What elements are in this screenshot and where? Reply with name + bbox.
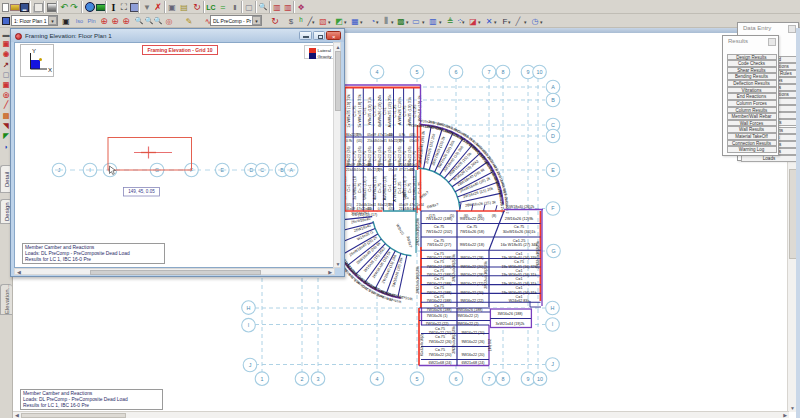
svg-text:3W22x4x10(2)39k: 3W22x4x10(2)39k [536, 241, 540, 269]
svg-text:C=1: C=1 [346, 184, 351, 191]
svg-text:(16) 1/2: (16) 1/2 [488, 339, 492, 351]
svg-text:9W16x22 (28): 9W16x22 (28) [460, 256, 483, 260]
svg-text:E: E [551, 167, 555, 173]
svg-text:5: 5 [416, 69, 419, 75]
svg-text:9W16x22 (26): 9W16x22 (26) [461, 340, 484, 344]
svg-text:9W16x22 (18): 9W16x22 (18) [460, 242, 485, 247]
svg-text:16x W18x35 (27) 34k: 16x W18x35 (27) 34k [501, 242, 538, 247]
svg-text:3W22x4x10(2)39k: 3W22x4x10(2)39k [416, 218, 420, 246]
svg-text:10x41: 10x41 [367, 203, 376, 207]
svg-text:10: 10 [537, 69, 543, 75]
svg-text:7W16x22 (188): 7W16x22 (188) [426, 291, 451, 295]
svg-text:21k44k: 21k44k [367, 139, 378, 143]
svg-text:C=.75: C=.75 [353, 151, 357, 161]
svg-text:1: 1 [261, 376, 264, 382]
svg-text:05k: 05k [388, 133, 394, 137]
svg-text:7: 7 [488, 376, 491, 382]
svg-text:29k: 29k [378, 168, 384, 172]
svg-text:9: 9 [527, 376, 530, 382]
svg-text:3W22x4x10(2)39k: 3W22x4x10(2)39k [484, 261, 488, 289]
svg-text:J: J [249, 362, 252, 368]
svg-text:B: B [551, 97, 555, 103]
svg-text:C=.75: C=.75 [434, 304, 444, 308]
svg-text:C=.75: C=.75 [434, 295, 444, 299]
svg-text:9W16x26 (188): 9W16x26 (188) [457, 308, 482, 312]
svg-text:C=.75: C=.75 [435, 327, 445, 331]
svg-text:19x W16x35 (16) 31k: 19x W16x35 (16) 31k [501, 291, 536, 295]
svg-text:10: 10 [537, 376, 543, 382]
svg-text:C=.75: C=.75 [434, 252, 444, 256]
svg-text:C=.75: C=.75 [377, 183, 382, 194]
svg-text:I: I [248, 322, 250, 328]
svg-text:9W16x22 (2): 9W16x22 (2) [457, 314, 478, 318]
svg-text:3W22x4x10(2)39k: 3W22x4x10(2)39k [416, 266, 420, 294]
svg-text:8: 8 [502, 376, 505, 382]
svg-text:J: J [551, 361, 554, 367]
svg-text:19x W16x35 (16) 31k: 19x W16x35 (16) 31k [501, 273, 536, 277]
svg-text:7W16x22 (188): 7W16x22 (188) [426, 273, 451, 277]
svg-text:9W16x22 (22): 9W16x22 (22) [460, 282, 483, 286]
svg-text:05x09: 05x09 [367, 133, 376, 137]
svg-text:C=.75: C=.75 [407, 183, 412, 194]
svg-text:7W16x22 (188): 7W16x22 (188) [426, 282, 451, 286]
svg-text:C: C [551, 122, 555, 128]
svg-text:C=.75: C=.75 [434, 260, 444, 264]
svg-text:7W16x22 (22): 7W16x22 (22) [425, 322, 448, 326]
svg-text:47x21x44: 47x21x44 [410, 203, 424, 207]
svg-text:C=1: C=1 [367, 184, 372, 191]
svg-text:30xW16x26 (36)1k: 30xW16x26 (36)1k [503, 229, 536, 234]
svg-text:W24x62 83k: W24x62 83k [509, 299, 530, 303]
svg-text:4: 4 [376, 69, 379, 75]
svg-text:21k44k: 21k44k [357, 203, 368, 207]
svg-text:7W16x22 (202): 7W16x22 (202) [426, 229, 453, 234]
svg-text:9W16x22 (20): 9W16x22 (20) [460, 216, 485, 221]
svg-text:3W22x4x10(2)39k: 3W22x4x10(2)39k [452, 326, 456, 354]
svg-text:C=.75: C=.75 [435, 348, 445, 352]
svg-text:H: H [247, 305, 251, 311]
svg-text:6: 6 [455, 69, 458, 75]
svg-text:C=.75: C=.75 [434, 277, 444, 281]
svg-text:05x09: 05x09 [388, 168, 397, 172]
svg-text:7W16x26 (188): 7W16x26 (188) [426, 308, 451, 312]
svg-text:C=.75: C=.75 [357, 183, 362, 194]
svg-text:7: 7 [488, 69, 491, 75]
svg-text:10x41: 10x41 [357, 168, 366, 172]
svg-text:I: I [552, 321, 554, 327]
svg-text:C=1: C=1 [387, 184, 392, 191]
svg-text:Y: Y [32, 48, 36, 54]
svg-text:(05): (05) [346, 203, 352, 207]
svg-text:7W16x26 (1): 7W16x26 (1) [426, 314, 447, 318]
svg-text:10x41: 10x41 [378, 139, 387, 143]
svg-text:9: 9 [527, 69, 530, 75]
svg-text:6W21x68 (24): 6W21x68 (24) [428, 361, 451, 365]
svg-text:(05): (05) [388, 163, 394, 167]
svg-text:0.9k: 0.9k [378, 163, 385, 167]
svg-text:C=.75: C=.75 [434, 286, 444, 290]
svg-text:AxW8x35 (19) 25k: AxW8x35 (19) 25k [387, 95, 392, 128]
svg-text:9W16x22 (22): 9W16x22 (22) [460, 299, 483, 303]
svg-text:20W18x40 (26)2k: 20W18x40 (26)2k [506, 205, 535, 209]
svg-text:9W16x22 (20): 9W16x22 (20) [461, 331, 484, 335]
svg-text:(8): (8) [492, 214, 496, 218]
svg-text:3x W8x35 (18) 33k: 3x W8x35 (18) 33k [357, 94, 362, 128]
svg-text:C=1: C=1 [516, 286, 523, 290]
svg-text:1x W8x35 (19) 32k: 1x W8x35 (19) 32k [346, 94, 351, 128]
svg-text:7W16x26 (58): 7W16x26 (58) [460, 229, 485, 234]
svg-text:29k: 29k [388, 203, 394, 207]
svg-text:C=.75: C=.75 [514, 260, 524, 264]
svg-text:3: 3 [317, 376, 320, 382]
svg-text:7W16x22 (188): 7W16x22 (188) [426, 299, 451, 303]
svg-text:6: 6 [455, 376, 458, 382]
svg-text:C=.75: C=.75 [363, 151, 367, 161]
svg-text:0.9k: 0.9k [346, 139, 353, 143]
svg-text:7W16x22 (20): 7W16x22 (20) [428, 353, 451, 357]
svg-text:9W16x22 (20): 9W16x22 (20) [461, 353, 484, 357]
svg-text:4: 4 [376, 376, 379, 382]
svg-text:C=1: C=1 [516, 269, 523, 273]
svg-text:(05): (05) [410, 133, 416, 137]
svg-text:29k: 29k [399, 139, 405, 143]
svg-text:D: D [551, 133, 555, 139]
svg-text:21k44k: 21k44k [399, 163, 410, 167]
svg-text:29k: 29k [357, 133, 363, 137]
svg-text:9W16x22 (20): 9W16x22 (20) [460, 265, 483, 269]
